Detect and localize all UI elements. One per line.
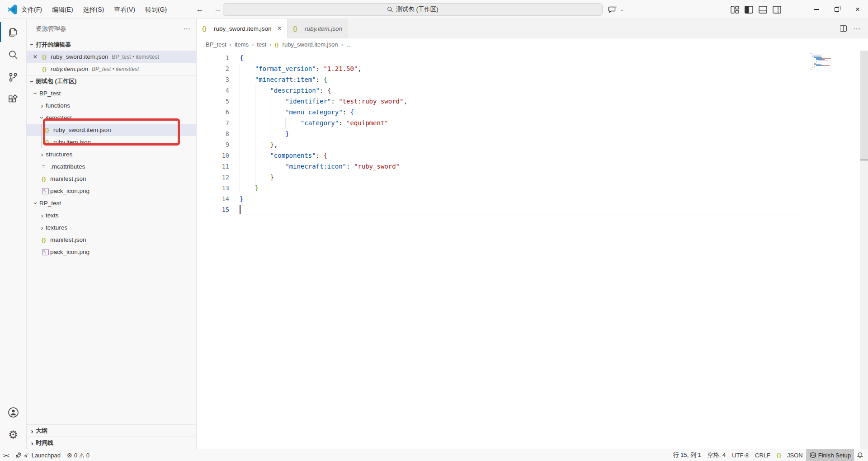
- restore-button[interactable]: [826, 0, 847, 19]
- code-editor[interactable]: 1 { 2 "format_version": "1.21.50", 3 "mi…: [197, 51, 868, 449]
- activity-source-control-button[interactable]: [0, 66, 27, 89]
- cursor-position-status[interactable]: 行 15, 列 1: [670, 449, 704, 461]
- toggle-primary-sidebar-icon[interactable]: [745, 6, 753, 14]
- language-mode-status[interactable]: JSON: [774, 449, 806, 461]
- close-button[interactable]: ×: [847, 0, 868, 19]
- line-number[interactable]: 6: [197, 107, 229, 118]
- more-actions-icon[interactable]: [853, 24, 861, 33]
- line-content[interactable]: },: [229, 139, 868, 150]
- split-editor-icon[interactable]: [840, 25, 847, 32]
- tree-item[interactable]: items\test: [27, 112, 196, 124]
- menu-item[interactable]: 文件(F): [16, 3, 47, 16]
- code-line[interactable]: 11 "minecraft:icon": "ruby_sword": [197, 161, 868, 172]
- activity-explorer-button[interactable]: [0, 21, 27, 43]
- line-content[interactable]: "minecraft:item": {: [229, 74, 868, 85]
- code-line[interactable]: 8 }: [197, 128, 868, 139]
- line-content[interactable]: {: [229, 52, 868, 63]
- activity-extensions-button[interactable]: [0, 89, 27, 111]
- tree-item[interactable]: pack_icon.png: [27, 246, 196, 258]
- breadcrumb-item[interactable]: BP_test ›: [206, 41, 235, 48]
- workspace-section-header[interactable]: 测试包 (工作区): [27, 75, 196, 87]
- tree-item[interactable]: BP_test: [27, 87, 196, 99]
- toggle-secondary-sidebar-icon[interactable]: [773, 6, 781, 14]
- line-content[interactable]: "format_version": "1.21.50",: [229, 63, 868, 74]
- breadcrumb-item[interactable]: items ›: [235, 41, 257, 48]
- tree-item[interactable]: RP_test: [27, 197, 196, 209]
- code-line[interactable]: 10 "components": {: [197, 150, 868, 161]
- tree-item[interactable]: pack_icon.png: [27, 185, 196, 197]
- tab-close-icon[interactable]: [278, 24, 282, 33]
- tab-ruby-item-json[interactable]: ruby.item.json: [288, 19, 348, 38]
- settings-button[interactable]: ⚙: [0, 423, 27, 446]
- tree-item[interactable]: ruby_sword.item.json: [27, 124, 196, 136]
- line-content[interactable]: }: [229, 128, 868, 139]
- open-editor-item[interactable]: ruby_sword.item.json BP_test • items\tes…: [27, 51, 196, 63]
- code-line[interactable]: 13 }: [197, 183, 868, 193]
- customize-layout-icon[interactable]: [731, 6, 739, 14]
- vertical-scrollbar[interactable]: [860, 51, 868, 449]
- code-line[interactable]: 1 {: [197, 52, 868, 63]
- encoding-status[interactable]: UTF-8: [729, 449, 752, 461]
- notifications-bell[interactable]: [854, 449, 868, 461]
- copilot-menu[interactable]: ⌄: [608, 0, 624, 19]
- line-number[interactable]: 8: [197, 128, 229, 139]
- menu-item[interactable]: 编辑(E): [47, 3, 78, 16]
- activity-search-button[interactable]: [0, 43, 27, 66]
- line-content[interactable]: "identifier": "test:ruby_sword",: [229, 96, 868, 107]
- tree-item[interactable]: functions: [27, 99, 196, 112]
- tree-item[interactable]: structures: [27, 148, 196, 160]
- tree-item[interactable]: manifest.json: [27, 173, 196, 185]
- line-content[interactable]: }: [229, 172, 868, 183]
- minimize-button[interactable]: [806, 0, 826, 19]
- tree-item[interactable]: texts: [27, 209, 196, 221]
- eol-status[interactable]: CRLF: [752, 449, 774, 461]
- breadcrumb-item[interactable]: ruby_sword.item.json ›: [275, 41, 346, 48]
- account-button[interactable]: [0, 401, 27, 423]
- indentation-status[interactable]: 空格: 4: [704, 449, 729, 461]
- tab-ruby-sword-item-json[interactable]: ruby_sword.item.json: [197, 19, 288, 38]
- code-line[interactable]: 12 }: [197, 172, 868, 183]
- forward-arrow-button[interactable]: [212, 5, 223, 14]
- line-content[interactable]: "category": "equipment": [229, 118, 868, 128]
- menu-overflow-button[interactable]: [155, 0, 171, 19]
- menu-item[interactable]: 选择(S): [78, 3, 109, 16]
- back-arrow-button[interactable]: [194, 5, 205, 14]
- line-number[interactable]: 4: [197, 85, 229, 96]
- line-number[interactable]: 10: [197, 150, 229, 161]
- open-editors-section-header[interactable]: 打开的编辑器: [27, 38, 196, 51]
- tree-item[interactable]: manifest.json: [27, 234, 196, 246]
- breadcrumb-item[interactable]: … ›: [346, 41, 352, 48]
- tree-item[interactable]: textures: [27, 221, 196, 234]
- line-number[interactable]: 11: [197, 161, 229, 172]
- minimap[interactable]: [810, 52, 860, 83]
- line-content[interactable]: [229, 204, 868, 215]
- line-number[interactable]: 15: [197, 204, 229, 215]
- timeline-section-header[interactable]: 时间线: [27, 437, 196, 449]
- finish-setup-status[interactable]: Finish Setup: [806, 449, 854, 461]
- line-number[interactable]: 7: [197, 118, 229, 128]
- line-number[interactable]: 3: [197, 74, 229, 85]
- code-line[interactable]: 5 "identifier": "test:ruby_sword",: [197, 96, 868, 107]
- code-line[interactable]: 6 "menu_category": {: [197, 107, 868, 118]
- launchpad-status-item[interactable]: Launchpad: [12, 449, 64, 461]
- line-content[interactable]: "description": {: [229, 85, 868, 96]
- remote-indicator[interactable]: ><: [0, 449, 12, 461]
- line-content[interactable]: "minecraft:icon": "ruby_sword": [229, 161, 868, 172]
- line-number[interactable]: 1: [197, 52, 229, 63]
- line-number[interactable]: 14: [197, 193, 229, 204]
- menu-item[interactable]: 查看(V): [109, 3, 140, 16]
- line-content[interactable]: }: [229, 193, 868, 204]
- open-editor-item[interactable]: ruby.item.json BP_test • items\test: [27, 63, 196, 75]
- code-line[interactable]: 4 "description": {: [197, 85, 868, 96]
- tree-item[interactable]: .mcattributes: [27, 160, 196, 173]
- code-line[interactable]: 7 "category": "equipment": [197, 118, 868, 128]
- line-content[interactable]: }: [229, 183, 868, 193]
- explorer-more-actions-icon[interactable]: [183, 24, 191, 33]
- line-number[interactable]: 12: [197, 172, 229, 183]
- line-number[interactable]: 5: [197, 96, 229, 107]
- line-number[interactable]: 9: [197, 139, 229, 150]
- scrollbar-thumb[interactable]: [860, 51, 868, 160]
- problems-status-item[interactable]: 0 0: [64, 449, 93, 461]
- outline-section-header[interactable]: 大纲: [27, 424, 196, 437]
- command-center-search[interactable]: 测试包 (工作区): [223, 3, 603, 16]
